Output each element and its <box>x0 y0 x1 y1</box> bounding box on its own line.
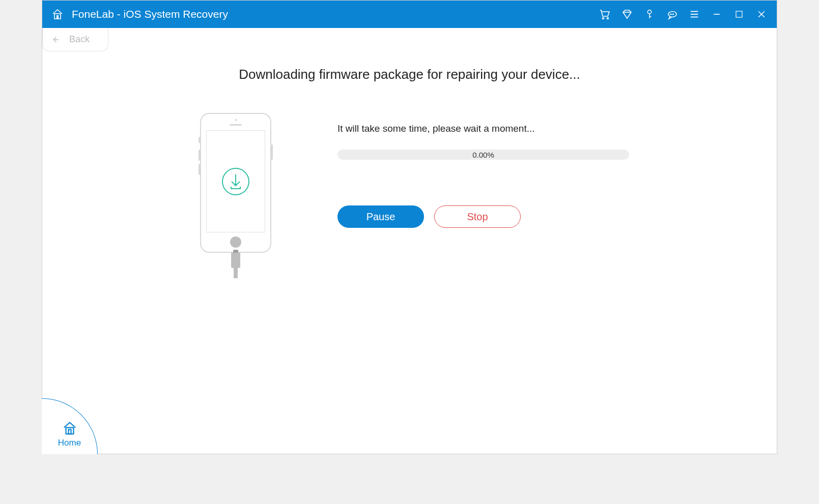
stop-button[interactable]: Stop <box>434 205 521 228</box>
main-row: It will take some time, please wait a mo… <box>42 123 777 278</box>
home-logo-icon <box>51 8 64 20</box>
app-window: FoneLab - iOS System Recovery <box>42 0 777 454</box>
progress-percent: 0.00% <box>472 151 494 159</box>
home-icon <box>62 421 77 436</box>
phone-illustration <box>190 113 281 278</box>
app-title: FoneLab - iOS System Recovery <box>72 8 228 20</box>
key-icon[interactable] <box>643 8 656 20</box>
maximize-icon[interactable] <box>733 8 745 20</box>
speech-icon[interactable] <box>666 8 678 20</box>
svg-point-6 <box>672 14 672 15</box>
cart-icon[interactable] <box>599 8 611 20</box>
titlebar-right <box>599 8 768 20</box>
diamond-icon[interactable] <box>621 8 633 20</box>
button-row: Pause Stop <box>337 205 726 228</box>
svg-rect-19 <box>68 430 71 434</box>
page-heading: Downloading firmware package for repairi… <box>42 67 777 82</box>
titlebar-left: FoneLab - iOS System Recovery <box>51 8 228 20</box>
back-arrow-icon <box>51 35 60 44</box>
progress-bar: 0.00% <box>337 150 629 160</box>
pause-button[interactable]: Pause <box>337 205 424 228</box>
minimize-icon[interactable] <box>711 8 723 20</box>
svg-rect-12 <box>736 11 742 17</box>
svg-point-7 <box>673 14 674 15</box>
titlebar: FoneLab - iOS System Recovery <box>42 1 777 28</box>
close-icon[interactable] <box>755 8 768 20</box>
progress-column: It will take some time, please wait a mo… <box>281 123 777 228</box>
download-icon <box>221 167 250 196</box>
wait-text: It will take some time, please wait a mo… <box>337 123 726 134</box>
back-label: Back <box>69 34 90 45</box>
content-area: Downloading firmware package for repairi… <box>42 51 777 454</box>
home-label: Home <box>58 438 81 448</box>
svg-point-3 <box>607 18 609 19</box>
svg-point-4 <box>647 10 651 14</box>
svg-rect-18 <box>66 428 73 434</box>
svg-rect-1 <box>57 15 59 19</box>
svg-point-2 <box>603 18 604 19</box>
menu-icon[interactable] <box>688 8 700 20</box>
svg-point-5 <box>670 14 671 15</box>
back-button[interactable]: Back <box>42 28 108 51</box>
